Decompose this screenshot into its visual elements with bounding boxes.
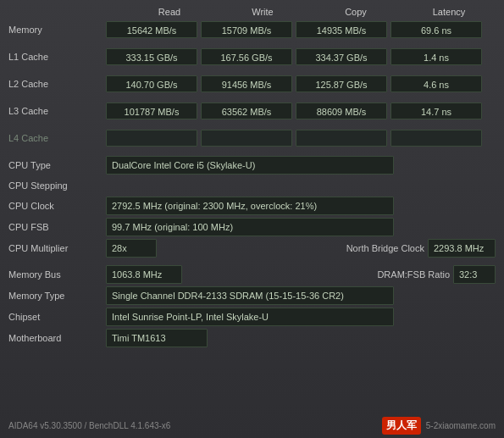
header-write: Write [216,7,309,17]
north-bridge-value: 2293.8 MHz [428,239,496,258]
memory-type-label: Memory Type [8,291,106,301]
cpu-type-value: DualCore Intel Core i5 (Skylake-U) [106,156,394,175]
header-row: Read Write Copy Latency [110,7,496,20]
memory-row: Memory 15642 MB/s 15709 MB/s 14935 MB/s … [8,20,496,39]
l4cache-label: L4 Cache [8,133,106,143]
footer: AIDA64 v5.30.3500 / BenchDLL 4.1.643-x6 … [8,417,496,435]
l3cache-row: L3 Cache 101787 MB/s 63562 MB/s 88609 MB… [8,102,496,120]
memory-latency: 69.6 ns [390,21,482,38]
memory-write: 15709 MB/s [201,21,292,38]
cpu-clock-label: CPU Clock [8,201,106,211]
cpu-multiplier-row: CPU Multiplier 28x North Bridge Clock 22… [8,239,496,258]
l4cache-cells [106,130,482,147]
cpu-fsb-row: CPU FSB 99.7 MHz (original: 100 MHz) [8,218,496,236]
l1cache-cells: 333.15 GB/s 167.56 GB/s 334.37 GB/s 1.4 … [106,48,482,65]
north-bridge-label: North Bridge Clock [346,243,424,253]
dram-fsb-right: DRAM:FSB Ratio 32:3 [377,265,496,284]
l3cache-read: 101787 MB/s [106,103,197,119]
cpu-multiplier-left: CPU Multiplier 28x [8,239,346,258]
l3cache-label: L3 Cache [8,106,106,116]
l2cache-read: 140.70 GB/s [106,75,197,92]
cpu-stepping-label: CPU Stepping [8,180,106,191]
header-latency: Latency [402,7,496,17]
l3cache-latency: 14.7 ns [390,103,482,119]
l2cache-copy: 125.87 GB/s [296,75,387,92]
l1cache-latency: 1.4 ns [390,48,482,65]
chipset-value: Intel Sunrise Point-LP, Intel Skylake-U [106,308,394,326]
memory-type-row: Memory Type Single Channel DDR4-2133 SDR… [8,286,496,305]
cpu-fsb-label: CPU FSB [8,222,106,232]
motherboard-label: Motherboard [8,333,106,343]
cpu-type-row: CPU Type DualCore Intel Core i5 (Skylake… [8,156,496,175]
memory-bus-value: 1063.8 MHz [106,265,182,284]
cpu-multiplier-label: CPU Multiplier [8,243,106,253]
motherboard-row: Motherboard Timi TM1613 [8,329,496,347]
l2cache-row: L2 Cache 140.70 GB/s 91456 MB/s 125.87 G… [8,75,496,93]
cpu-fsb-value: 99.7 MHz (original: 100 MHz) [106,218,394,236]
cpu-clock-row: CPU Clock 2792.5 MHz (original: 2300 MHz… [8,197,496,215]
l1cache-row: L1 Cache 333.15 GB/s 167.56 GB/s 334.37 … [8,47,496,66]
memory-read: 15642 MB/s [106,21,197,38]
chipset-label: Chipset [8,312,106,322]
l2cache-cells: 140.70 GB/s 91456 MB/s 125.87 GB/s 4.6 n… [106,75,482,92]
cpu-stepping-row: CPU Stepping [8,177,496,194]
l3cache-copy: 88609 MB/s [296,103,387,119]
l2cache-latency: 4.6 ns [390,75,482,92]
header-copy: Copy [309,7,402,17]
dram-fsb-label: DRAM:FSB Ratio [377,269,450,280]
memory-type-value: Single Channel DDR4-2133 SDRAM (15-15-15… [106,286,394,305]
l1cache-read: 333.15 GB/s [106,48,197,65]
l4cache-write [201,130,292,147]
cpu-northbridge-right: North Bridge Clock 2293.8 MHz [346,239,496,258]
memory-bus-row: Memory Bus 1063.8 MHz DRAM:FSB Ratio 32:… [8,265,496,284]
cpu-clock-value: 2792.5 MHz (original: 2300 MHz, overcloc… [106,197,394,215]
l2cache-write: 91456 MB/s [201,75,292,92]
footer-right: 5-2xiaomame.com [426,421,496,430]
memory-bus-label: Memory Bus [8,269,106,280]
l1cache-label: L1 Cache [8,52,106,62]
memory-cells: 15642 MB/s 15709 MB/s 14935 MB/s 69.6 ns [106,21,482,38]
header-read: Read [123,7,216,17]
l4cache-read [106,130,197,147]
l1cache-write: 167.56 GB/s [201,48,292,65]
memory-bus-left: Memory Bus 1063.8 MHz [8,265,360,284]
l1cache-copy: 334.37 GB/s [296,48,387,65]
watermark-icon: 男人军 [382,417,421,435]
chipset-row: Chipset Intel Sunrise Point-LP, Intel Sk… [8,308,496,326]
l4cache-latency [390,130,482,147]
l3cache-write: 63562 MB/s [201,103,292,119]
l4cache-row: L4 Cache [8,129,496,147]
cpu-type-label: CPU Type [8,160,106,170]
motherboard-value: Timi TM1613 [106,329,208,347]
dram-fsb-value: 32:3 [453,265,496,284]
l4cache-copy [296,130,387,147]
l2cache-label: L2 Cache [8,79,106,89]
footer-left: AIDA64 v5.30.3500 / BenchDLL 4.1.643-x6 [8,421,170,430]
main-container: Read Write Copy Latency Memory 15642 MB/… [0,0,504,438]
memory-copy: 14935 MB/s [296,21,387,38]
l3cache-cells: 101787 MB/s 63562 MB/s 88609 MB/s 14.7 n… [106,103,482,119]
cpu-multiplier-value: 28x [106,239,157,258]
memory-label: Memory [8,25,106,35]
